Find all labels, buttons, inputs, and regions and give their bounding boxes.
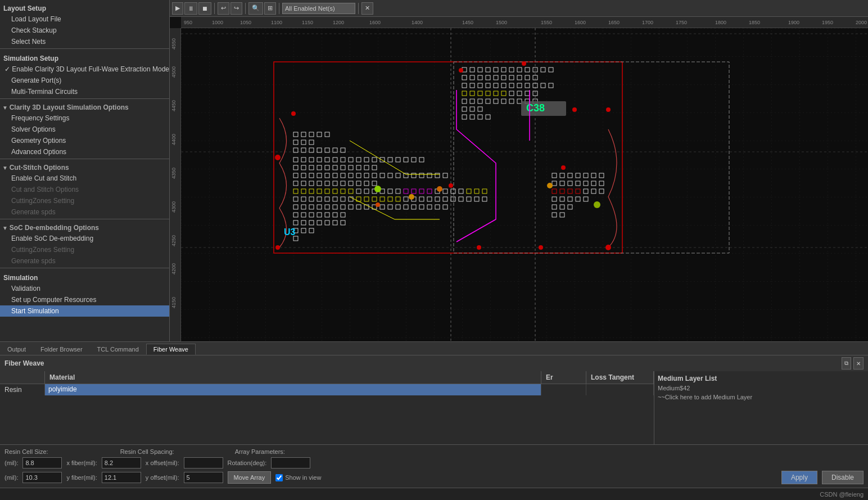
- array-parameters-label: Array Parameters:: [235, 448, 285, 455]
- fiber-weave-table-area: Material Er Loss Tangent Resin polyimide: [0, 371, 654, 444]
- toolbar-btn-3[interactable]: ⏹: [198, 2, 211, 15]
- svg-rect-30: [181, 28, 868, 341]
- sidebar-item-load-layout-file[interactable]: Load Layout File: [0, 13, 169, 25]
- divider-3: [0, 159, 169, 159]
- svg-text:1650: 1650: [608, 20, 620, 25]
- toolbar-btn-grid[interactable]: ⊞: [264, 2, 276, 15]
- fiber-weave-close-btn[interactable]: ✕: [853, 357, 864, 370]
- svg-text:1800: 1800: [715, 20, 726, 25]
- x-mil-label: (mil):: [4, 460, 18, 466]
- sidebar-item-cutting-zones-soc[interactable]: CuttingZones Setting: [0, 244, 169, 255]
- y-offset-input[interactable]: [184, 472, 223, 483]
- ruler-horizontal: 950 1000 1050 1100 1150 1200 1600 1400 1…: [181, 17, 868, 28]
- cut-stitch-group-title[interactable]: Cut-Stitch Options: [0, 161, 169, 173]
- sidebar-item-enable-cut-stitch[interactable]: Enable Cut and Stitch: [0, 173, 169, 184]
- pcb-main-view: C38: [181, 28, 868, 341]
- svg-text:950: 950: [184, 20, 192, 25]
- sidebar-item-select-nets[interactable]: Select Nets: [0, 36, 169, 47]
- fiber-form-row-x: (mil): x fiber(mil): x offset(mil): Rota…: [4, 457, 864, 469]
- show-in-view-checkbox[interactable]: [275, 474, 283, 481]
- y-mil-input[interactable]: [22, 472, 62, 483]
- resin-cell-size-label: Resin Cell Size:: [4, 448, 48, 455]
- sidebar-item-generate-spds-soc[interactable]: Generate spds: [0, 255, 169, 267]
- apply-btn[interactable]: Apply: [781, 471, 817, 484]
- svg-point-278: [437, 186, 442, 192]
- svg-text:4450: 4450: [171, 100, 177, 111]
- sidebar-item-cutting-zones[interactable]: CuttingZones Setting: [0, 195, 169, 206]
- soc-group-title[interactable]: SoC De-embedding Options: [0, 222, 169, 233]
- sidebar-item-enable-soc[interactable]: Enable SoC De-embedding: [0, 233, 169, 244]
- svg-text:1450: 1450: [462, 20, 473, 25]
- svg-text:4500: 4500: [171, 66, 177, 78]
- tab-fiber-weave[interactable]: Fiber Weave: [146, 344, 196, 355]
- fiber-weave-float-btn[interactable]: ⧉: [842, 357, 851, 370]
- sidebar-item-multi-terminal[interactable]: Multi-Terminal Circuits: [0, 86, 169, 97]
- toolbar-btn-1[interactable]: ▶: [172, 2, 183, 15]
- toolbar-btn-close[interactable]: ✕: [361, 2, 373, 15]
- col-header-loss: Loss Tangent: [586, 371, 654, 384]
- svg-point-277: [409, 194, 414, 200]
- sidebar-item-advanced-options[interactable]: Advanced Options: [0, 146, 169, 157]
- clarity-group-title[interactable]: Clarity 3D Layout Simulation Options: [0, 101, 169, 112]
- sidebar-item-generate-spds-cs[interactable]: Generate spds: [0, 206, 169, 218]
- toolbar-btn-zoom[interactable]: 🔍: [248, 2, 263, 15]
- disable-btn[interactable]: Disable: [822, 471, 864, 484]
- toolbar-btn-undo[interactable]: ↩: [218, 2, 229, 15]
- sidebar-item-validation[interactable]: Validation: [0, 283, 169, 294]
- sidebar-item-solver-options[interactable]: Solver Options: [0, 124, 169, 135]
- y-mil-label: (mil):: [4, 474, 18, 481]
- sidebar-item-generate-ports[interactable]: Generate Port(s): [0, 75, 169, 86]
- toolbar-btn-2[interactable]: ⏸: [184, 2, 197, 15]
- svg-text:1750: 1750: [676, 20, 687, 25]
- divider-1: [0, 48, 169, 49]
- tab-folder-browser[interactable]: Folder Browser: [33, 344, 90, 355]
- sidebar-item-start-simulation[interactable]: Start Simulation: [0, 305, 169, 317]
- svg-point-279: [376, 202, 380, 207]
- svg-point-273: [539, 245, 543, 250]
- tab-output[interactable]: Output: [0, 344, 33, 355]
- sidebar-item-cut-stitch-options[interactable]: Cut and Stitch Options: [0, 184, 169, 195]
- svg-text:4350: 4350: [171, 168, 177, 179]
- sidebar-item-set-up-computer[interactable]: Set up Computer Resources: [0, 294, 169, 305]
- show-in-view-label: Show in view: [285, 474, 321, 481]
- medium-layer-add[interactable]: ~~Click here to add Medium Layer: [658, 394, 865, 400]
- move-array-btn[interactable]: Move Array: [228, 471, 272, 484]
- sidebar-item-frequency-settings[interactable]: Frequency Settings: [0, 112, 169, 124]
- fiber-form-row-y: (mil): y fiber(mil): y offset(mil): Move…: [4, 471, 864, 484]
- svg-point-271: [605, 245, 611, 250]
- pcb-canvas: 950 1000 1050 1100 1150 1200 1600 1400 1…: [170, 17, 868, 341]
- svg-point-274: [275, 245, 280, 250]
- cell-loss: [586, 384, 654, 395]
- svg-point-312: [594, 201, 600, 208]
- divider-5: [0, 268, 169, 268]
- sidebar-item-enable-clarity[interactable]: Enable Clarity 3D Layout Full-Wave Extra…: [0, 64, 169, 75]
- rotation-input[interactable]: [271, 457, 310, 469]
- sidebar: Layout Setup Load Layout File Check Stac…: [0, 0, 170, 341]
- net-filter-input[interactable]: [282, 3, 355, 14]
- svg-text:4400: 4400: [171, 134, 177, 145]
- divider-2: [0, 98, 169, 99]
- resin-cell-spacing-label: Resin Cell Spacing:: [120, 448, 174, 455]
- x-offset-label: x offset(mil):: [146, 460, 179, 466]
- svg-point-272: [477, 245, 481, 250]
- x-offset-input[interactable]: [184, 457, 223, 469]
- toolbar-btn-redo[interactable]: ↪: [230, 2, 242, 15]
- y-fiber-input[interactable]: [102, 472, 141, 483]
- fiber-weave-title-bar: Fiber Weave ⧉ ✕: [0, 355, 868, 371]
- svg-point-311: [547, 183, 553, 188]
- fiber-weave-panel: Fiber Weave ⧉ ✕ Material Er Loss Tangent: [0, 355, 868, 488]
- svg-text:1000: 1000: [212, 20, 223, 25]
- sidebar-item-geometry-options[interactable]: Geometry Options: [0, 135, 169, 146]
- x-mil-input[interactable]: [22, 457, 62, 469]
- svg-point-103: [572, 107, 577, 112]
- cell-polyimide[interactable]: polyimide: [45, 384, 541, 395]
- x-fiber-input[interactable]: [102, 457, 141, 469]
- fiber-weave-title-text: Fiber Weave: [4, 359, 44, 367]
- rotation-label: Rotation(deg):: [228, 460, 267, 466]
- sidebar-item-check-stackup[interactable]: Check Stackup: [0, 25, 169, 36]
- y-offset-label: y offset(mil):: [146, 474, 179, 481]
- svg-text:1050: 1050: [240, 20, 251, 25]
- tab-tcl-command[interactable]: TCL Command: [90, 344, 146, 355]
- medium-layer-title: Medium Layer List: [658, 375, 865, 382]
- simulation-setup-title: Simulation Setup: [0, 52, 169, 64]
